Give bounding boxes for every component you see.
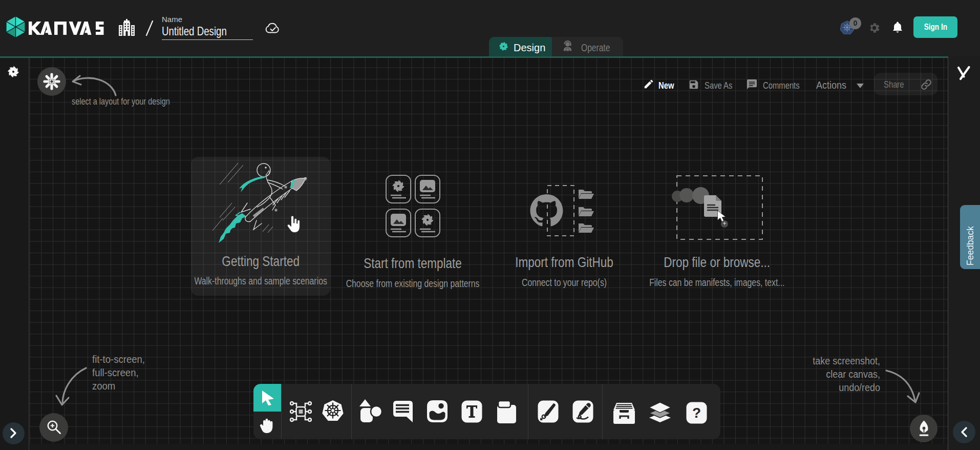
svg-text:?: ? [692,405,701,421]
